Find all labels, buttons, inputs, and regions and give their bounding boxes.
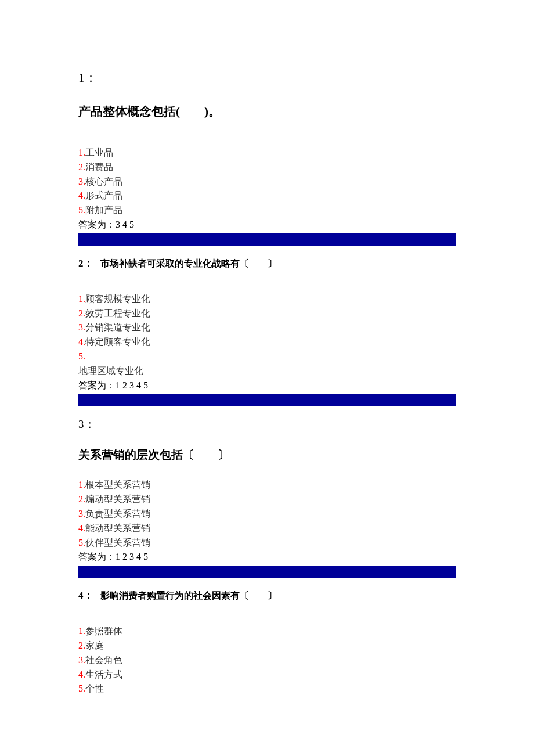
option-item-extra: 地理区域专业化 [78, 364, 456, 379]
option-item: 1.参照群体 [78, 624, 456, 639]
question-number: 4： [78, 590, 93, 601]
option-number: 2. [78, 308, 85, 318]
option-text: 分销渠道专业化 [85, 322, 150, 332]
option-number: 3. [78, 322, 85, 332]
option-item: 5.伙伴型关系营销 [78, 536, 456, 550]
option-text: 工业品 [85, 147, 113, 157]
option-number: 1. [78, 294, 85, 304]
question-number: 3： [78, 417, 456, 432]
option-number: 3. [78, 655, 85, 665]
option-item: 2.效劳工程专业化 [78, 307, 456, 321]
section-divider [78, 394, 456, 406]
option-item: 3.负责型关系营销 [78, 507, 456, 521]
option-number: 5. [78, 205, 85, 215]
question-block-4: 4： 影响消费者购置行为的社会因素有〔 〕 1.参照群体 2.家庭 3.社会角色… [78, 589, 456, 696]
option-item: 5. [78, 350, 456, 364]
question-title: 市场补缺者可采取的专业化战略有〔 〕 [100, 258, 277, 268]
option-number: 1. [78, 626, 85, 636]
question-header: 4： 影响消费者购置行为的社会因素有〔 〕 [78, 589, 456, 602]
option-number: 3. [78, 509, 85, 519]
option-number: 3. [78, 177, 85, 186]
question-number: 2： [78, 258, 93, 269]
option-text: 形式产品 [85, 190, 122, 200]
option-item: 2.家庭 [78, 639, 456, 653]
option-text: 能动型关系营销 [85, 523, 150, 533]
option-number: 2. [78, 640, 85, 650]
option-text: 消费品 [85, 162, 113, 172]
option-number: 2. [78, 494, 85, 504]
option-text: 社会角色 [85, 655, 122, 665]
option-text: 附加产品 [85, 205, 122, 215]
option-item: 3.社会角色 [78, 653, 456, 668]
answer-text: 答案为：1 2 3 4 5 [78, 379, 456, 393]
option-text: 核心产品 [85, 177, 122, 186]
option-item: 4.生活方式 [78, 668, 456, 682]
option-item: 4.能动型关系营销 [78, 521, 456, 536]
option-text: 效劳工程专业化 [85, 308, 150, 318]
answer-text: 答案为：3 4 5 [78, 218, 456, 232]
option-text: 家庭 [85, 640, 104, 650]
option-number: 4. [78, 669, 85, 679]
section-divider [78, 566, 456, 578]
option-number: 5. [78, 683, 85, 693]
question-block-1: 1： 产品整体概念包括( )。 1.工业品 2.消费品 3.核心产品 4.形式产… [78, 70, 456, 246]
option-text: 参照群体 [85, 626, 122, 636]
option-number: 5. [78, 351, 85, 361]
option-item: 2.煽动型关系营销 [78, 492, 456, 507]
option-text: 个性 [85, 683, 104, 693]
options-list: 1.根本型关系营销 2.煽动型关系营销 3.负责型关系营销 4.能动型关系营销 … [78, 478, 456, 564]
option-text: 生活方式 [85, 669, 122, 679]
option-item: 3.核心产品 [78, 175, 456, 189]
option-item: 5.个性 [78, 682, 456, 696]
option-text: 地理区域专业化 [78, 366, 143, 376]
option-text: 特定顾客专业化 [85, 337, 150, 347]
option-text: 负责型关系营销 [85, 509, 150, 519]
question-title: 产品整体概念包括( )。 [78, 103, 456, 120]
options-list: 1.参照群体 2.家庭 3.社会角色 4.生活方式 5.个性 [78, 624, 456, 696]
question-block-2: 2： 市场补缺者可采取的专业化战略有〔 〕 1.顾客规模专业化 2.效劳工程专业… [78, 257, 456, 407]
option-number: 4. [78, 190, 85, 200]
answer-text: 答案为：1 2 3 4 5 [78, 550, 456, 564]
option-text: 根本型关系营销 [85, 480, 150, 489]
option-item: 1.根本型关系营销 [78, 478, 456, 492]
question-title: 关系营销的层次包括〔 〕 [78, 447, 456, 463]
option-item: 5.附加产品 [78, 203, 456, 218]
option-number: 1. [78, 147, 85, 157]
options-list: 1.顾客规模专业化 2.效劳工程专业化 3.分销渠道专业化 4.特定顾客专业化 … [78, 292, 456, 393]
option-item: 3.分销渠道专业化 [78, 321, 456, 335]
option-number: 5. [78, 538, 85, 548]
option-item: 2.消费品 [78, 160, 456, 175]
option-item: 4.特定顾客专业化 [78, 335, 456, 350]
option-text: 伙伴型关系营销 [85, 538, 150, 548]
option-text: 顾客规模专业化 [85, 294, 150, 304]
section-divider [78, 233, 456, 246]
options-list: 1.工业品 2.消费品 3.核心产品 4.形式产品 5.附加产品 答案为：3 4… [78, 146, 456, 232]
option-number: 4. [78, 523, 85, 533]
option-item: 4.形式产品 [78, 189, 456, 203]
option-item: 1.顾客规模专业化 [78, 292, 456, 307]
question-block-3: 3： 关系营销的层次包括〔 〕 1.根本型关系营销 2.煽动型关系营销 3.负责… [78, 417, 456, 578]
question-header: 2： 市场补缺者可采取的专业化战略有〔 〕 [78, 257, 456, 270]
option-number: 4. [78, 337, 85, 347]
question-number: 1： [78, 70, 456, 86]
option-text: 煽动型关系营销 [85, 494, 150, 504]
option-item: 1.工业品 [78, 146, 456, 160]
option-number: 1. [78, 480, 85, 489]
question-title: 影响消费者购置行为的社会因素有〔 〕 [100, 591, 277, 600]
option-number: 2. [78, 162, 85, 172]
